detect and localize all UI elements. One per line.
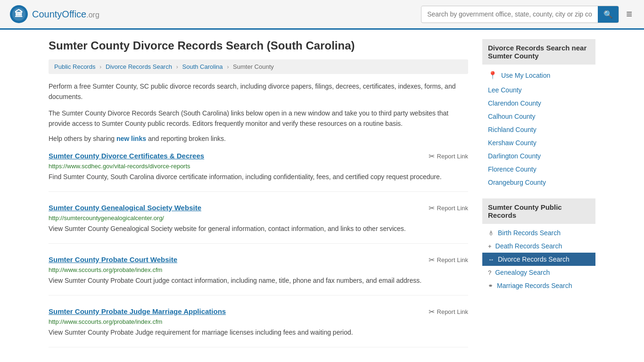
resource-title-3[interactable]: Sumter County Probate Judge Marriage App… — [49, 307, 226, 315]
resources-container: Sumter County Divorce Certificates & Dec… — [49, 152, 468, 347]
sidebar-icon-1: + — [488, 243, 492, 250]
site-header: 🏛 CountyOffice.org 🔍 ≡ — [0, 0, 644, 30]
county-link-2[interactable]: Calhoun County — [482, 110, 595, 123]
share-text: Help others by sharing new links and rep… — [49, 135, 468, 142]
main-content: Sumter County Divorce Records Search (So… — [49, 39, 468, 359]
sidebar-link-0[interactable]: Birth Records Search — [498, 229, 561, 237]
scissors-icon: ✂ — [429, 307, 435, 316]
public-records-header: Sumter County Public Records — [482, 198, 595, 224]
resource-header: Sumter County Genealogical Society Websi… — [49, 204, 468, 213]
hamburger-menu-icon[interactable]: ≡ — [624, 6, 635, 23]
resource-title-0[interactable]: Sumter County Divorce Certificates & Dec… — [49, 152, 204, 160]
breadcrumb-south-carolina[interactable]: South Carolina — [182, 63, 223, 70]
county-link-4[interactable]: Kershaw County — [482, 136, 595, 149]
nearby-counties: Lee CountyClarendon CountyCalhoun County… — [482, 83, 595, 189]
sidebar-label-2: Divorce Records Search — [498, 255, 570, 263]
logo-icon: 🏛 — [9, 5, 28, 24]
scissors-icon: ✂ — [429, 152, 435, 161]
use-location[interactable]: 📍 Use My Location — [482, 67, 595, 83]
report-link-0[interactable]: ✂ Report Link — [429, 152, 468, 161]
resource-desc-1: View Sumter County Genealogical Society … — [49, 224, 468, 234]
description-2: The Sumter County Divorce Records Search… — [49, 108, 468, 129]
resource-header: Sumter County Probate Judge Marriage App… — [49, 307, 468, 316]
breadcrumb: Public Records › Divorce Records Search … — [49, 59, 468, 74]
sidebar-item-death-records-search[interactable]: + Death Records Search — [482, 239, 595, 253]
svg-text:🏛: 🏛 — [15, 9, 23, 19]
breadcrumb-divorce-records-search[interactable]: Divorce Records Search — [106, 63, 172, 70]
main-container: Sumter County Divorce Records Search (So… — [39, 30, 605, 362]
report-link-1[interactable]: ✂ Report Link — [429, 204, 468, 213]
resource-desc-2: View Sumter County Probate Court judge c… — [49, 276, 468, 286]
county-link-6[interactable]: Florence County — [482, 163, 595, 176]
description-1: Perform a free Sumter County, SC public … — [49, 81, 468, 102]
resource-url-2[interactable]: http://www.sccourts.org/probate/index.cf… — [49, 266, 468, 273]
county-link-3[interactable]: Richland County — [482, 123, 595, 136]
breadcrumb-current: Sumter County — [233, 63, 274, 70]
sidebar-link-1[interactable]: Death Records Search — [495, 242, 562, 250]
resource-item: Sumter County Probate Court Website ✂ Re… — [49, 255, 468, 296]
public-records-section: Sumter County Public Records 🕯 Birth Rec… — [482, 198, 595, 292]
location-pin-icon: 📍 — [488, 71, 497, 80]
county-link-1[interactable]: Clarendon County — [482, 97, 595, 110]
sidebar-link-4[interactable]: Marriage Records Search — [497, 282, 572, 289]
search-button[interactable]: 🔍 — [598, 6, 619, 23]
report-link-3[interactable]: ✂ Report Link — [429, 307, 468, 316]
sidebar-item-birth-records-search[interactable]: 🕯 Birth Records Search — [482, 226, 595, 239]
resource-url-0[interactable]: https://www.scdhec.gov/vital-records/div… — [49, 163, 468, 170]
logo[interactable]: 🏛 CountyOffice.org — [9, 5, 99, 24]
county-link-7[interactable]: Orangeburg County — [482, 176, 595, 189]
resource-title-1[interactable]: Sumter County Genealogical Society Websi… — [49, 204, 201, 212]
sidebar-item-divorce-records-search[interactable]: ↔ Divorce Records Search — [482, 253, 595, 266]
sidebar-icon-2: ↔ — [488, 256, 494, 263]
county-link-0[interactable]: Lee County — [482, 83, 595, 97]
scissors-icon: ✂ — [429, 204, 435, 213]
resource-url-1[interactable]: http://sumtercountygenealogicalcenter.or… — [49, 214, 468, 222]
resource-header: Sumter County Divorce Certificates & Dec… — [49, 152, 468, 161]
resource-title-2[interactable]: Sumter County Probate Court Website — [49, 255, 177, 263]
resource-item: Sumter County Probate Judge Marriage App… — [49, 307, 468, 347]
new-links-link[interactable]: new links — [116, 135, 146, 142]
sidebar-icon-0: 🕯 — [488, 230, 494, 237]
nearby-header: Divorce Records Search near Sumter Count… — [482, 39, 595, 65]
page-title: Sumter County Divorce Records Search (So… — [49, 39, 468, 52]
sidebar-icon-3: ? — [488, 269, 491, 276]
resource-url-3[interactable]: http://www.sccourts.org/probate/index.cf… — [49, 318, 468, 325]
resource-desc-0: Find Sumter County, South Carolina divor… — [49, 172, 468, 182]
sidebar-item-marriage-records-search[interactable]: ⚭ Marriage Records Search — [482, 279, 595, 292]
sidebar-item-genealogy-search[interactable]: ? Genealogy Search — [482, 266, 595, 279]
search-bar[interactable]: 🔍 — [421, 6, 619, 23]
sidebar-icon-4: ⚭ — [488, 282, 493, 289]
breadcrumb-public-records[interactable]: Public Records — [54, 63, 95, 70]
use-location-link[interactable]: Use My Location — [501, 72, 550, 79]
report-link-2[interactable]: ✂ Report Link — [429, 255, 468, 264]
resource-desc-3: View Sumter County Probate Judge require… — [49, 328, 468, 337]
resource-item: Sumter County Divorce Certificates & Dec… — [49, 152, 468, 192]
sidebar-link-3[interactable]: Genealogy Search — [495, 269, 550, 276]
logo-text: CountyOffice.org — [32, 9, 99, 20]
resource-header: Sumter County Probate Court Website ✂ Re… — [49, 255, 468, 264]
county-link-5[interactable]: Darlington County — [482, 149, 595, 163]
nearby-section: Divorce Records Search near Sumter Count… — [482, 39, 595, 189]
search-input[interactable] — [421, 7, 598, 22]
public-records-items: 🕯 Birth Records Search + Death Records S… — [482, 226, 595, 292]
resource-item: Sumter County Genealogical Society Websi… — [49, 204, 468, 244]
header-right: 🔍 ≡ — [421, 6, 635, 23]
sidebar: Divorce Records Search near Sumter Count… — [482, 39, 595, 359]
scissors-icon: ✂ — [429, 255, 435, 264]
